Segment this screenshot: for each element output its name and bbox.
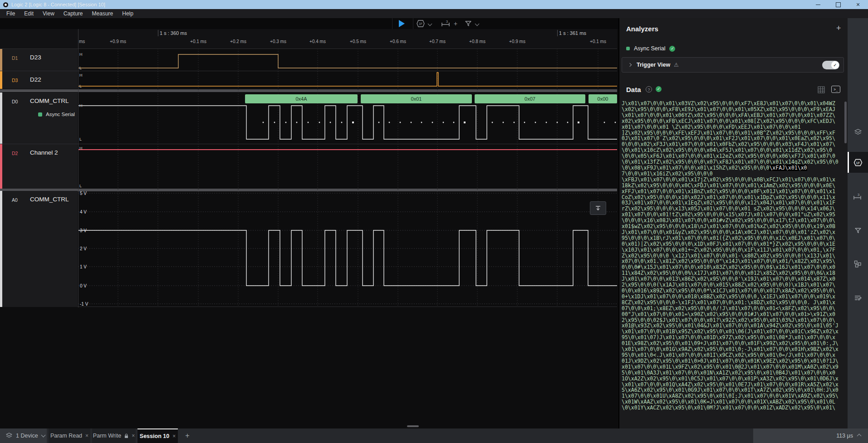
rail-layers-icon[interactable]: [848, 122, 868, 143]
channel-row-d0[interactable]: D0COMM_CTRLAsync Serial: [0, 92, 78, 144]
volt-label: 0 V: [80, 283, 87, 288]
data-line: 8CZ\x02\x95\0\0\0-\x1FJ\x01\x07\0\0\x01:…: [622, 300, 844, 306]
menu-measure[interactable]: Measure: [88, 9, 118, 18]
menu-file[interactable]: File: [2, 9, 20, 18]
channel-analyzer-chip[interactable]: Async Serial: [38, 112, 75, 117]
chevron-down-icon[interactable]: [475, 22, 480, 26]
data-line: \xFBJ\x01\x07\0\0\x01\x17jZ\x02\x95\0\0\…: [622, 177, 844, 183]
minimize-button[interactable]: [808, 0, 828, 9]
channel-row-d2[interactable]: D2Channel 2: [0, 144, 78, 189]
data-line: x01\x07\0\0\x01L\x9FZ\x02\x95\0\x01\0@2J…: [622, 364, 844, 370]
status-duration: 113 µs: [836, 433, 853, 439]
waveform-canvas[interactable]: [78, 29, 617, 428]
channel-row-d3[interactable]: D3D22: [0, 71, 78, 89]
data-hex-dump[interactable]: J\x01\x07\0\0\x01\x03VZ\x02\x95\0\0\0\xF…: [622, 101, 844, 421]
table-view-icon[interactable]: [818, 86, 825, 93]
close-tab-icon[interactable]: ×: [85, 433, 88, 439]
volt-label: 1 V: [80, 264, 87, 269]
app-logo-icon: [3, 2, 8, 7]
data-line: x01$wZ\x02\x95\0\0\0\x18\nJ\x01\x07\0\0\…: [622, 224, 844, 229]
data-line: 01J\x9DZ\x02\x95\0\x01\0>0J\x01\x07\0\0\…: [622, 358, 844, 364]
side-icon-rail: 1F3: [848, 18, 868, 428]
analog-recenter-button[interactable]: [590, 201, 606, 215]
data-line: \x02\x95\0\0\0\xF8\xE9J\x01\x07\0\0\x01\…: [622, 107, 844, 112]
channel-row-a0[interactable]: A0COMM_CTRL: [0, 191, 78, 307]
level-l-marker: L: [79, 184, 82, 188]
volt-label: 3 V: [80, 228, 87, 233]
status-segment[interactable]: 113 µs: [753, 428, 868, 443]
rail-measure-icon[interactable]: 3: [848, 186, 868, 207]
channel-id-label: A0: [12, 197, 18, 203]
menu-view[interactable]: View: [38, 9, 59, 18]
volt-label: 2 V: [80, 246, 87, 251]
channel-id-label: D2: [12, 151, 18, 156]
menu-capture[interactable]: Capture: [59, 9, 88, 18]
rail-hex-1f-icon[interactable]: 1F: [848, 152, 868, 173]
data-title: Data: [626, 86, 641, 93]
data-line: xFFJ\x01\x07\0\0\x01\x1BnZ\x02\x95\0\0\0…: [622, 189, 844, 195]
channel-color-stripe: [0, 92, 2, 144]
data-ok-icon: ✓: [656, 86, 662, 92]
svg-text:1F: 1F: [419, 22, 422, 25]
measure-tool-icon[interactable]: 3: [441, 19, 452, 27]
data-line: 7\0\0\x01\x16iZ\x02\x95\0\0\0: [622, 171, 844, 177]
analyzer-ok-icon: ✓: [669, 46, 675, 52]
channel-name-label: Channel 2: [30, 149, 58, 156]
data-line: \x01\x07\0\0\x01\x06YZ\x02\x95\0\0\0\xFA…: [622, 112, 844, 118]
channel-color-stripe: [0, 71, 2, 89]
menu-edit[interactable]: Edit: [20, 9, 38, 18]
trigger-view-row[interactable]: Trigger View ⚠ ✓: [622, 57, 844, 73]
level-h-marker: H: [79, 103, 83, 108]
decode-box-0x00: 0x00: [588, 94, 617, 103]
add-measurement-button[interactable]: +: [454, 20, 457, 27]
data-line: x01\x07\0\0\x01 \Z\x02\x95\0\0\0\xFD\xEE…: [622, 124, 844, 130]
chevron-right-icon[interactable]: [628, 63, 632, 67]
terminal-view-icon[interactable]: >_: [831, 86, 840, 93]
data-line: 95\0\x01\0<.J\x01\x07\0\0\x01I\x9CZ\x02\…: [622, 352, 844, 358]
warning-icon: ⚠: [674, 62, 679, 68]
capture-mode-icon[interactable]: 1F: [417, 20, 425, 27]
data-line: \0\x01Y\xACZ\x02\x95\0\x01\0M?J\x01\x07\…: [622, 405, 844, 411]
trigger-flag-icon[interactable]: [465, 20, 472, 27]
close-button[interactable]: ×: [848, 0, 868, 9]
new-tab-button[interactable]: +: [181, 428, 194, 443]
help-icon[interactable]: ?: [646, 86, 652, 92]
add-analyzer-button[interactable]: +: [836, 24, 841, 33]
channel-color-stripe: [0, 144, 2, 189]
svg-text:3: 3: [446, 19, 448, 24]
channel-color-stripe: [0, 49, 2, 71]
channel-name-label: COMM_CTRL: [30, 196, 69, 203]
trigger-view-toggle[interactable]: ✓: [822, 61, 839, 69]
tab-parm-write[interactable]: Parm Write×: [92, 428, 136, 443]
play-button[interactable]: [399, 20, 405, 27]
analyzers-panel: Analyzers + Async Serial ✓ Trigger View …: [618, 18, 848, 428]
panel-divider: [78, 29, 78, 307]
title-bar: Logic 2 [Logic 8 - Connected] [Session 1…: [0, 0, 868, 9]
tab-session-10[interactable]: Session 10×: [137, 428, 178, 443]
rail-flag-icon[interactable]: [848, 220, 868, 241]
horizontal-scrollbar[interactable]: [407, 425, 419, 427]
bottom-bar: 1 Device + 113 µs Param Read×Parm Write×…: [0, 428, 868, 443]
toolbar: 1F 3 +: [0, 18, 618, 29]
data-line: x02\x95\0\0\0\xFB\xECJ\x01\x07\0\0\x01\x…: [622, 118, 844, 124]
analyzer-item-async-serial[interactable]: Async Serial ✓: [626, 45, 675, 52]
close-tab-icon[interactable]: ×: [172, 433, 176, 439]
data-selection: \xFAJ\x01\x0: [769, 165, 807, 171]
channel-row-d1[interactable]: D1D23: [0, 49, 78, 71]
menu-help[interactable]: Help: [118, 9, 138, 18]
close-tab-icon[interactable]: ×: [132, 433, 135, 439]
decode-box-0x01: 0x01: [361, 94, 472, 103]
rail-notes-icon[interactable]: [848, 287, 868, 308]
data-scrollbar[interactable]: [844, 102, 847, 143]
data-line: \x10J\x01\x07\0\0\x01+~Z\x02\x95\0\0\0\x…: [622, 247, 844, 253]
volt-label: -1 V: [80, 302, 88, 307]
chevron-down-icon[interactable]: [428, 22, 432, 26]
rail-extensions-icon[interactable]: [848, 253, 868, 274]
level-l-marker: L: [79, 137, 82, 141]
device-selector[interactable]: 1 Device: [0, 428, 47, 443]
svg-text:3: 3: [857, 193, 859, 197]
maximize-button[interactable]: [828, 0, 848, 9]
lock-icon: [124, 433, 128, 438]
tab-param-read[interactable]: Param Read×: [49, 428, 90, 443]
data-line: 1O\xA2Z\x02\x95\0\x01\0C5J\x01\x07\0\0\x…: [622, 376, 844, 382]
